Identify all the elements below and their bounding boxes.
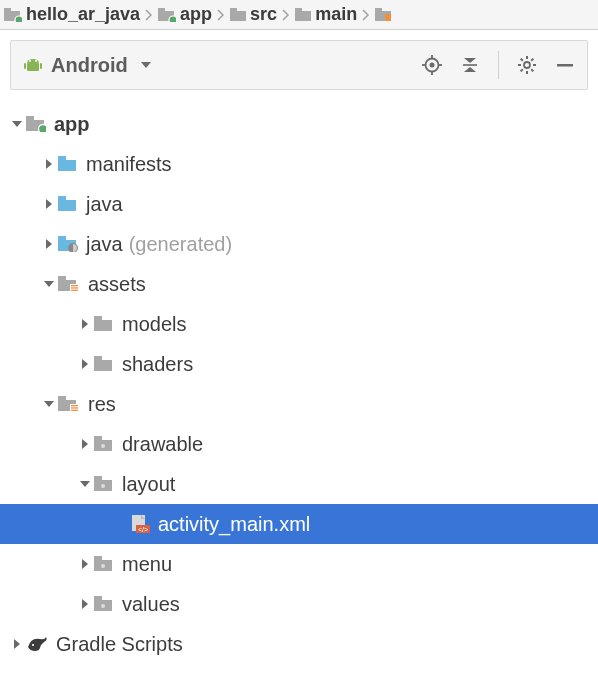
tree-item-java[interactable]: java bbox=[0, 184, 598, 224]
folder-grey-dot-icon bbox=[94, 436, 114, 452]
panel-title[interactable]: Android bbox=[51, 54, 128, 77]
expand-arrow-right-icon[interactable] bbox=[40, 198, 58, 210]
expand-arrow-right-icon[interactable] bbox=[40, 238, 58, 250]
tree-item-label: res bbox=[88, 394, 116, 414]
expand-arrow-down-icon[interactable] bbox=[40, 398, 58, 410]
svg-rect-13 bbox=[27, 63, 39, 71]
svg-rect-48 bbox=[71, 285, 78, 286]
svg-point-75 bbox=[101, 604, 105, 608]
tree-item-app[interactable]: app bbox=[0, 104, 598, 144]
gear-icon[interactable] bbox=[517, 55, 537, 75]
svg-point-66 bbox=[101, 484, 105, 488]
svg-rect-46 bbox=[58, 276, 66, 281]
breadcrumb-item[interactable]: main bbox=[291, 4, 361, 25]
module-green-icon bbox=[26, 116, 46, 132]
chevron-right-icon bbox=[144, 7, 154, 23]
tree-item-activity_main[interactable]: </>activity_main.xml bbox=[0, 504, 598, 544]
expand-arrow-right-icon[interactable] bbox=[8, 638, 26, 650]
tree-item-menu[interactable]: menu bbox=[0, 544, 598, 584]
tree-item-label: drawable bbox=[122, 434, 203, 454]
svg-point-37 bbox=[39, 125, 47, 133]
svg-line-30 bbox=[521, 59, 523, 61]
tree-item-label: layout bbox=[122, 474, 175, 494]
breadcrumb-item[interactable] bbox=[371, 8, 399, 21]
tree-item-label: Gradle Scripts bbox=[56, 634, 183, 654]
tree-item-values[interactable]: values bbox=[0, 584, 598, 624]
tree-item-res[interactable]: res bbox=[0, 384, 598, 424]
svg-point-76 bbox=[32, 644, 34, 646]
folder-res-icon bbox=[58, 396, 80, 412]
svg-point-19 bbox=[430, 63, 435, 68]
tree-item-java-gen[interactable]: java(generated) bbox=[0, 224, 598, 264]
svg-rect-6 bbox=[230, 11, 246, 21]
svg-rect-34 bbox=[557, 64, 573, 67]
svg-point-2 bbox=[15, 16, 22, 22]
breadcrumb-label: main bbox=[315, 4, 357, 25]
tree-item-label: menu bbox=[122, 554, 172, 574]
tree-item-label: manifests bbox=[86, 154, 172, 174]
svg-rect-9 bbox=[295, 8, 302, 12]
target-icon[interactable] bbox=[422, 55, 442, 75]
svg-rect-41 bbox=[58, 196, 66, 201]
divider bbox=[498, 51, 499, 79]
breadcrumb-item[interactable]: hello_ar_java bbox=[0, 4, 144, 25]
expand-arrow-right-icon[interactable] bbox=[76, 318, 94, 330]
expand-arrow-right-icon[interactable] bbox=[76, 598, 94, 610]
tree-item-models[interactable]: models bbox=[0, 304, 598, 344]
expand-arrow-down-icon[interactable] bbox=[8, 118, 26, 130]
tree-item-gradle-scripts[interactable]: Gradle Scripts bbox=[0, 624, 598, 664]
folder-icon bbox=[375, 8, 391, 21]
svg-rect-59 bbox=[71, 407, 78, 408]
svg-point-17 bbox=[35, 60, 37, 62]
tree-item-suffix: (generated) bbox=[129, 234, 232, 254]
project-tree[interactable]: appmanifestsjavajava(generated)assetsmod… bbox=[0, 100, 598, 664]
svg-rect-51 bbox=[94, 320, 112, 331]
svg-point-5 bbox=[169, 16, 176, 22]
tree-item-assets[interactable]: assets bbox=[0, 264, 598, 304]
collapse-all-icon[interactable] bbox=[460, 55, 480, 75]
svg-rect-62 bbox=[94, 436, 102, 441]
svg-rect-7 bbox=[230, 8, 237, 12]
tree-item-label: shaders bbox=[122, 354, 193, 374]
chevron-right-icon bbox=[216, 7, 226, 23]
expand-arrow-right-icon[interactable] bbox=[76, 438, 94, 450]
minimize-icon[interactable] bbox=[555, 55, 575, 75]
gradle-icon bbox=[26, 635, 48, 653]
tree-item-layout[interactable]: layout bbox=[0, 464, 598, 504]
expand-arrow-right-icon[interactable] bbox=[40, 158, 58, 170]
svg-line-31 bbox=[531, 69, 533, 71]
chevron-right-icon bbox=[281, 7, 291, 23]
tree-item-label: assets bbox=[88, 274, 146, 294]
tree-item-label: values bbox=[122, 594, 180, 614]
svg-rect-24 bbox=[463, 64, 477, 66]
tree-item-manifests[interactable]: manifests bbox=[0, 144, 598, 184]
svg-rect-12 bbox=[385, 14, 391, 21]
dropdown-icon[interactable] bbox=[136, 55, 156, 75]
svg-rect-49 bbox=[71, 287, 78, 288]
expand-arrow-down-icon[interactable] bbox=[76, 478, 94, 490]
tree-item-label: app bbox=[54, 114, 90, 134]
folder-icon bbox=[295, 8, 311, 21]
project-panel-header: Android bbox=[10, 40, 588, 90]
tree-item-shaders[interactable]: shaders bbox=[0, 344, 598, 384]
folder-grey-icon bbox=[94, 356, 114, 372]
svg-rect-52 bbox=[94, 316, 102, 321]
expand-arrow-down-icon[interactable] bbox=[40, 278, 58, 290]
tree-item-drawable[interactable]: drawable bbox=[0, 424, 598, 464]
breadcrumb-label: src bbox=[250, 4, 277, 25]
svg-text:</>: </> bbox=[138, 526, 148, 533]
svg-rect-65 bbox=[94, 476, 102, 481]
android-icon bbox=[23, 55, 43, 75]
breadcrumb-item[interactable]: src bbox=[226, 4, 281, 25]
folder-grey-dot-icon bbox=[94, 556, 114, 572]
breadcrumb-item[interactable]: app bbox=[154, 4, 216, 25]
expand-arrow-right-icon[interactable] bbox=[76, 558, 94, 570]
chevron-right-icon bbox=[361, 7, 371, 23]
expand-arrow-right-icon[interactable] bbox=[76, 358, 94, 370]
svg-line-33 bbox=[531, 59, 533, 61]
svg-rect-54 bbox=[94, 356, 102, 361]
svg-rect-1 bbox=[4, 8, 11, 12]
folder-grey-icon bbox=[94, 316, 114, 332]
svg-rect-56 bbox=[58, 396, 66, 401]
tree-item-label: models bbox=[122, 314, 186, 334]
